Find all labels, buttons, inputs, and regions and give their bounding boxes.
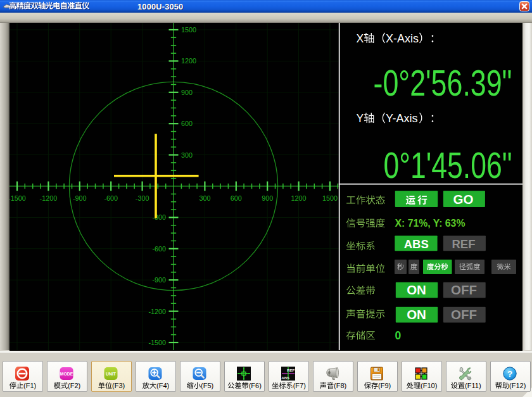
svg-text:1500: 1500 xyxy=(181,26,196,34)
svg-text:ON: ON xyxy=(407,282,426,297)
svg-text:Y: Y xyxy=(356,112,364,125)
svg-text:ABS: ABS xyxy=(404,237,429,251)
svg-text:-1500: -1500 xyxy=(148,339,166,346)
svg-text:REF: REF xyxy=(452,237,476,251)
svg-text:X-Axis: X-Axis xyxy=(386,32,419,45)
svg-text:900: 900 xyxy=(262,194,273,202)
svg-text:(F4): (F4) xyxy=(156,382,169,389)
svg-text:600: 600 xyxy=(181,120,193,127)
svg-text:-1200: -1200 xyxy=(148,308,166,315)
svg-text:MODE: MODE xyxy=(60,372,73,376)
svg-text:1200: 1200 xyxy=(181,57,196,65)
svg-text:-900: -900 xyxy=(152,276,166,284)
svg-text:900: 900 xyxy=(181,89,193,96)
svg-text:(F12): (F12) xyxy=(509,382,526,389)
svg-text:-300: -300 xyxy=(152,213,166,221)
svg-text:(F9): (F9) xyxy=(378,382,391,389)
svg-text:(F8): (F8) xyxy=(334,382,346,389)
svg-text:0: 0 xyxy=(395,329,402,342)
svg-text:(F2): (F2) xyxy=(68,382,80,389)
svg-text:X: X xyxy=(356,32,364,45)
svg-text:ON: ON xyxy=(407,307,426,322)
svg-text:OFF: OFF xyxy=(451,307,477,322)
svg-text:REF: REF xyxy=(286,368,294,372)
svg-text:-300: -300 xyxy=(136,194,149,202)
svg-text:600: 600 xyxy=(231,194,242,202)
svg-text:1200: 1200 xyxy=(291,194,307,202)
svg-text:(F7): (F7) xyxy=(293,382,306,389)
svg-text:-0°2'56.39": -0°2'56.39" xyxy=(374,62,512,103)
svg-text:(F1): (F1) xyxy=(23,382,36,389)
svg-text:1500: 1500 xyxy=(322,194,338,202)
svg-text:(F6): (F6) xyxy=(249,382,262,389)
svg-text:-1500: -1500 xyxy=(10,194,26,202)
svg-text:?: ? xyxy=(507,369,512,379)
svg-text:ABS: ABS xyxy=(281,375,289,380)
svg-text:UNIT: UNIT xyxy=(106,372,117,376)
svg-text:(F11): (F11) xyxy=(465,382,481,389)
svg-text:-1200: -1200 xyxy=(40,194,58,202)
svg-text:0°1'45.06": 0°1'45.06" xyxy=(384,144,512,186)
svg-text:Y-Axis: Y-Axis xyxy=(386,112,417,125)
svg-text:GO: GO xyxy=(453,192,474,206)
svg-text:300: 300 xyxy=(181,151,193,159)
svg-text:(F5): (F5) xyxy=(201,382,213,389)
svg-text:300: 300 xyxy=(199,194,210,202)
svg-text:OFF: OFF xyxy=(451,282,477,297)
svg-text:(F10): (F10) xyxy=(421,382,437,389)
svg-text:-600: -600 xyxy=(152,245,166,253)
svg-text:-900: -900 xyxy=(73,194,87,202)
svg-text:(F3): (F3) xyxy=(112,382,125,389)
svg-text:X: 71%, Y: 63%: X: 71%, Y: 63% xyxy=(395,218,466,229)
svg-text:-600: -600 xyxy=(104,194,118,202)
